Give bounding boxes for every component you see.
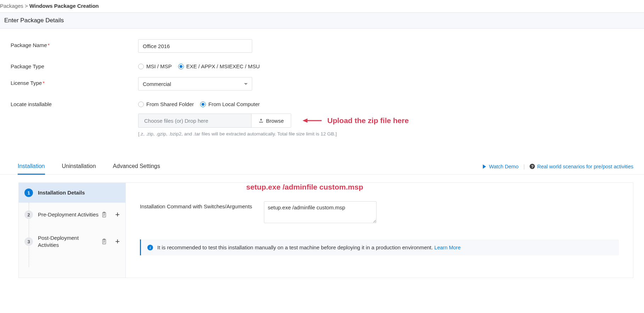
- clipboard-icon[interactable]: [101, 238, 107, 245]
- help-icon: ?: [530, 164, 535, 169]
- breadcrumb-sep: >: [25, 3, 28, 9]
- tab-installation[interactable]: Installation: [18, 159, 45, 175]
- form-area: Package Name* Package Type MSI / MSP EXE…: [0, 29, 644, 148]
- package-name-label: Package Name*: [11, 39, 138, 48]
- upload-icon: [259, 118, 264, 123]
- radio-circle-icon: [138, 102, 144, 107]
- installation-command-label: Installation Command with Switches/Argum…: [140, 201, 264, 209]
- tabs-left: Installation Uninstallation Advanced Set…: [18, 158, 177, 174]
- tab-uninstallation[interactable]: Uninstallation: [62, 159, 96, 175]
- browse-label: Browse: [266, 118, 284, 124]
- installation-command-input[interactable]: [264, 201, 377, 223]
- divider: |: [524, 164, 525, 169]
- step-post-deployment[interactable]: 3 Post-Deployment Activities +: [19, 227, 125, 257]
- radio-circle-icon: [200, 102, 206, 107]
- step-label-2: Pre-Deployment Activities: [38, 211, 101, 218]
- learn-more-link[interactable]: Learn More: [434, 245, 461, 250]
- locate-installable-row: Locate installable From Shared Folder Fr…: [11, 98, 633, 137]
- package-type-msi-label: MSI / MSP: [146, 63, 172, 69]
- locate-local-radio[interactable]: From Local Computer: [200, 101, 260, 107]
- package-name-input[interactable]: [138, 39, 252, 53]
- annotation-command: setup.exe /adminfile custom.msp: [246, 183, 363, 191]
- file-hint: [.z, .zip, .gzip, .bzip2, and .tar files…: [138, 131, 633, 137]
- step-label-3: Post-Deployment Activities: [38, 234, 101, 249]
- info-banner: i It is recommended to test this install…: [140, 239, 619, 255]
- locate-radio-group: From Shared Folder From Local Computer: [138, 98, 633, 107]
- info-text-wrap: It is recommended to test this installat…: [157, 244, 461, 250]
- tabs-row: Installation Uninstallation Advanced Set…: [0, 158, 644, 175]
- license-type-label-text: License Type: [11, 80, 42, 86]
- real-world-label: Real world scenarios for pre/post activi…: [537, 164, 633, 169]
- step-label-1: Installation Details: [38, 189, 120, 196]
- locate-shared-radio[interactable]: From Shared Folder: [138, 101, 194, 107]
- section-header: Enter Package Details: [0, 12, 644, 29]
- step-installation-details[interactable]: 1 Installation Details: [19, 183, 125, 203]
- required-asterisk: *: [43, 80, 45, 86]
- chevron-down-icon: [244, 83, 248, 85]
- plus-icon[interactable]: +: [115, 238, 120, 245]
- step-number-3: 3: [24, 237, 33, 246]
- svg-marker-1: [303, 118, 307, 123]
- step-sidebar: 1 Installation Details 2 Pre-Deployment …: [19, 183, 126, 278]
- installation-command-row: Installation Command with Switches/Argum…: [140, 201, 619, 223]
- step-number-1: 1: [24, 189, 33, 197]
- info-icon: i: [147, 245, 153, 250]
- breadcrumb: Packages > Windows Package Creation: [0, 0, 644, 12]
- package-name-label-text: Package Name: [11, 42, 47, 48]
- radio-circle-icon: [178, 64, 184, 69]
- locate-installable-label: Locate installable: [11, 98, 138, 107]
- locate-local-label: From Local Computer: [208, 101, 260, 107]
- radio-circle-icon: [138, 64, 144, 69]
- tab-advanced-settings[interactable]: Advanced Settings: [113, 159, 160, 175]
- package-name-row: Package Name*: [11, 39, 633, 53]
- clipboard-icon[interactable]: [101, 211, 107, 218]
- license-type-value: Commercial: [143, 81, 171, 87]
- tabs-right: Watch Demo | ? Real world scenarios for …: [482, 164, 634, 169]
- watch-demo-label: Watch Demo: [489, 164, 519, 169]
- package-type-exe-radio[interactable]: EXE / APPX / MSIEXEC / MSU: [178, 63, 260, 69]
- package-type-exe-label: EXE / APPX / MSIEXEC / MSU: [186, 63, 260, 69]
- file-picker: Choose files (or) Drop here Browse: [138, 114, 291, 128]
- package-type-radio-group: MSI / MSP EXE / APPX / MSIEXEC / MSU: [138, 60, 633, 69]
- step-pre-deployment[interactable]: 2 Pre-Deployment Activities +: [19, 203, 125, 227]
- browse-button[interactable]: Browse: [251, 114, 291, 127]
- file-drop-zone[interactable]: Choose files (or) Drop here: [139, 114, 251, 127]
- play-icon: [482, 164, 487, 169]
- annotation-upload: Upload the zip file here: [327, 116, 409, 125]
- plus-icon[interactable]: +: [115, 211, 120, 219]
- package-type-label: Package Type: [11, 60, 138, 69]
- detail-pane: setup.exe /adminfile custom.msp Installa…: [126, 183, 633, 278]
- package-type-row: Package Type MSI / MSP EXE / APPX / MSIE…: [11, 60, 633, 69]
- breadcrumb-root[interactable]: Packages: [0, 3, 23, 9]
- watch-demo-link[interactable]: Watch Demo: [482, 164, 519, 169]
- installation-panel: 1 Installation Details 2 Pre-Deployment …: [18, 182, 633, 278]
- required-asterisk: *: [48, 42, 50, 48]
- real-world-scenarios-link[interactable]: ? Real world scenarios for pre/post acti…: [530, 164, 633, 169]
- breadcrumb-current: Windows Package Creation: [29, 3, 99, 9]
- license-type-row: License Type* Commercial: [11, 77, 633, 91]
- license-type-select[interactable]: Commercial: [138, 77, 252, 91]
- info-text: It is recommended to test this installat…: [157, 244, 434, 250]
- package-type-msi-radio[interactable]: MSI / MSP: [138, 63, 172, 69]
- locate-shared-label: From Shared Folder: [146, 101, 194, 107]
- step-number-2: 2: [24, 210, 33, 219]
- arrow-left-icon: [303, 117, 322, 124]
- license-type-label: License Type*: [11, 77, 138, 86]
